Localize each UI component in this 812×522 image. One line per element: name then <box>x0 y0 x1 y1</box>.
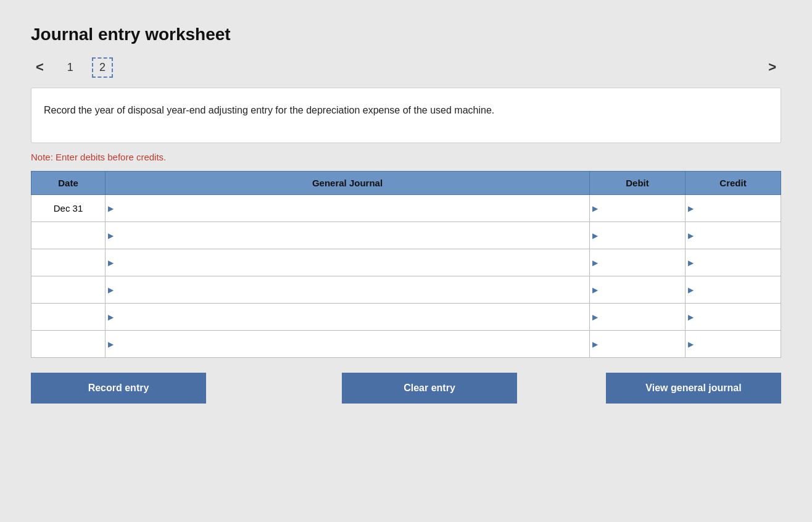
header-date: Date <box>31 172 106 195</box>
description-text: Record the year of disposal year-end adj… <box>44 105 494 115</box>
credit-input-3[interactable] <box>686 276 781 303</box>
credit-input-5[interactable] <box>686 331 781 357</box>
debit-cell-0[interactable]: ▶ <box>590 195 686 222</box>
page-title: Journal entry worksheet <box>31 25 781 44</box>
debit-input-3[interactable] <box>590 276 685 303</box>
prev-arrow[interactable]: < <box>31 57 49 78</box>
table-row: Dec 31▶▶▶ <box>31 195 781 222</box>
nav-row: < 1 2 > <box>31 57 781 78</box>
credit-input-2[interactable] <box>686 249 781 276</box>
date-cell-4 <box>31 304 106 331</box>
debit-cell-2[interactable]: ▶ <box>590 249 686 276</box>
header-credit: Credit <box>686 172 781 195</box>
debit-input-4[interactable] <box>590 304 685 330</box>
credit-input-1[interactable] <box>686 222 781 249</box>
table-header-row: Date General Journal Debit Credit <box>31 172 781 195</box>
description-box: Record the year of disposal year-end adj… <box>31 88 781 143</box>
header-general-journal: General Journal <box>106 172 590 195</box>
date-cell-0: Dec 31 <box>31 195 106 222</box>
button-row: Record entry Clear entry View general jo… <box>31 373 781 404</box>
gj-cell-2[interactable]: ▶ <box>106 249 590 276</box>
table-row: ▶▶▶ <box>31 249 781 276</box>
debit-cell-5[interactable]: ▶ <box>590 331 686 358</box>
gj-cell-4[interactable]: ▶ <box>106 304 590 331</box>
gj-cell-5[interactable]: ▶ <box>106 331 590 358</box>
gj-input-5[interactable] <box>106 331 589 357</box>
page-num-2[interactable]: 2 <box>92 57 113 78</box>
view-general-journal-button[interactable]: View general journal <box>606 373 781 404</box>
gj-cell-0[interactable]: ▶ <box>106 195 590 222</box>
table-row: ▶▶▶ <box>31 304 781 331</box>
debit-cell-3[interactable]: ▶ <box>590 276 686 304</box>
journal-table: Date General Journal Debit Credit Dec 31… <box>31 171 781 358</box>
credit-cell-1[interactable]: ▶ <box>686 222 781 249</box>
page-container: Journal entry worksheet < 1 2 > Record t… <box>12 12 800 416</box>
credit-cell-0[interactable]: ▶ <box>686 195 781 222</box>
gj-cell-3[interactable]: ▶ <box>106 276 590 304</box>
credit-cell-5[interactable]: ▶ <box>686 331 781 358</box>
date-cell-1 <box>31 222 106 249</box>
date-cell-2 <box>31 249 106 276</box>
credit-cell-2[interactable]: ▶ <box>686 249 781 276</box>
table-row: ▶▶▶ <box>31 276 781 304</box>
debit-input-5[interactable] <box>590 331 685 357</box>
next-arrow[interactable]: > <box>763 57 781 78</box>
table-row: ▶▶▶ <box>31 331 781 358</box>
gj-input-1[interactable] <box>106 222 589 249</box>
debit-cell-1[interactable]: ▶ <box>590 222 686 249</box>
note-text: Note: Enter debits before credits. <box>31 152 781 162</box>
debit-input-0[interactable] <box>590 195 685 222</box>
clear-entry-button[interactable]: Clear entry <box>342 373 517 404</box>
credit-cell-3[interactable]: ▶ <box>686 276 781 304</box>
page-num-1[interactable]: 1 <box>61 59 80 77</box>
header-debit: Debit <box>590 172 686 195</box>
gj-cell-1[interactable]: ▶ <box>106 222 590 249</box>
debit-input-1[interactable] <box>590 222 685 249</box>
gj-input-3[interactable] <box>106 276 589 303</box>
gj-input-0[interactable] <box>106 195 589 222</box>
debit-cell-4[interactable]: ▶ <box>590 304 686 331</box>
credit-input-0[interactable] <box>686 195 781 222</box>
record-entry-button[interactable]: Record entry <box>31 373 206 404</box>
date-cell-5 <box>31 331 106 358</box>
credit-input-4[interactable] <box>686 304 781 330</box>
date-cell-3 <box>31 276 106 304</box>
credit-cell-4[interactable]: ▶ <box>686 304 781 331</box>
debit-input-2[interactable] <box>590 249 685 276</box>
table-row: ▶▶▶ <box>31 222 781 249</box>
gj-input-4[interactable] <box>106 304 589 330</box>
gj-input-2[interactable] <box>106 249 589 276</box>
